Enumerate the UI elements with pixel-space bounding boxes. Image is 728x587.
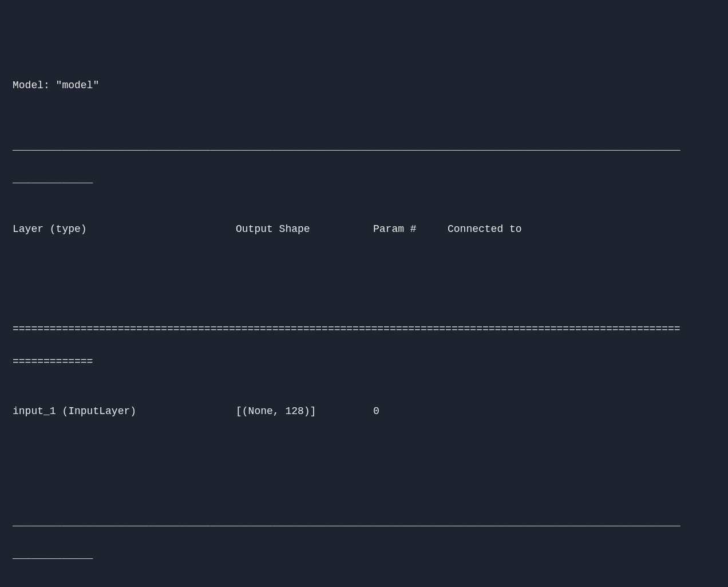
layer-name: input_1 (InputLayer) [13,403,236,420]
model-title: Model: "model" [13,77,715,94]
header-row: Layer (type) Output Shape Param # Connec… [13,221,715,238]
separator-dash-top-1: ________________________________________… [13,139,715,155]
layer-connected [448,403,715,420]
header-layer: Layer (type) [13,221,236,238]
layer-output: [(None, 128)] [236,403,373,420]
header-connected: Connected to [448,221,715,238]
separator-dash-1a: ________________________________________… [13,514,715,531]
separator-dash-1b: _____________ [13,547,715,564]
separator-eq-1: ========================================… [13,321,715,337]
header-param: Param # [373,221,448,238]
layer-row-input-1: input_1 (InputLayer) [(None, 128)] 0 [13,403,715,420]
header-output: Output Shape [236,221,373,238]
layer-param: 0 [373,403,448,420]
separator-dash-top-2: _____________ [13,171,715,188]
separator-eq-2: ============= [13,353,715,370]
